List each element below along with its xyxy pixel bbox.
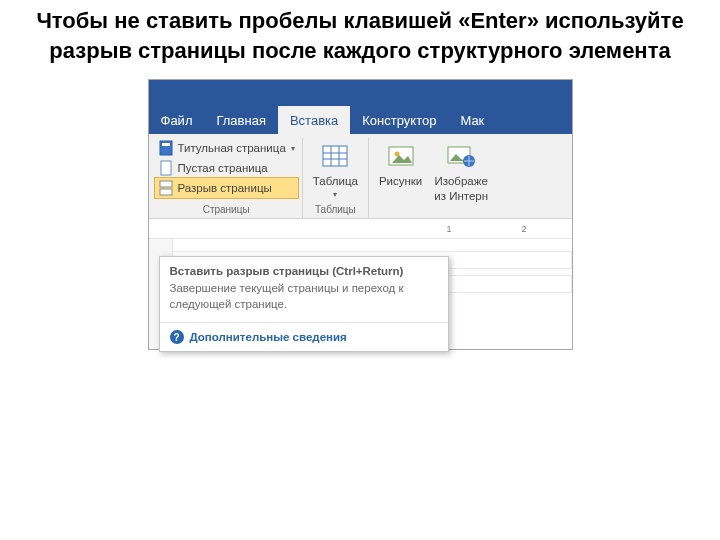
group-illustrations: Рисунки Изображе из Интерн <box>369 138 498 218</box>
table-button[interactable]: Таблица ▾ <box>307 138 364 199</box>
table-icon <box>319 140 351 172</box>
tab-design[interactable]: Конструктор <box>350 106 448 134</box>
svg-rect-2 <box>161 161 171 175</box>
table-label: Таблица <box>313 175 358 187</box>
page-break-button[interactable]: Разрыв страницы <box>155 178 298 198</box>
tab-home[interactable]: Главная <box>204 106 277 134</box>
svg-rect-4 <box>160 189 172 195</box>
blank-page-icon <box>158 160 174 176</box>
group-tables: Таблица ▾ Таблицы <box>303 138 369 218</box>
blank-page-label: Пустая страница <box>178 162 268 174</box>
caption-text: Чтобы не ставить пробелы клавишей «Enter… <box>0 0 720 79</box>
ruler-mark-1: 1 <box>447 224 452 234</box>
dropdown-caret-icon: ▾ <box>333 190 337 199</box>
page-break-label: Разрыв страницы <box>178 182 272 194</box>
pictures-label: Рисунки <box>379 175 422 187</box>
tab-layout[interactable]: Мак <box>448 106 496 134</box>
pictures-icon <box>385 140 417 172</box>
cover-page-icon <box>158 140 174 156</box>
ribbon-body: Титульная страница ▾ Пустая страница Раз… <box>149 134 572 219</box>
online-pictures-label-2: из Интерн <box>434 190 488 202</box>
tooltip-help-label: Дополнительные сведения <box>190 331 347 343</box>
horizontal-ruler: 1 2 <box>149 219 572 239</box>
word-screenshot: Файл Главная Вставка Конструктор Мак Тит… <box>148 79 573 350</box>
pictures-button[interactable]: Рисунки <box>373 138 428 202</box>
tooltip-help-link[interactable]: ? Дополнительные сведения <box>160 322 448 351</box>
online-pictures-label-1: Изображе <box>435 175 488 187</box>
tooltip-body: Завершение текущей страницы и переход к … <box>160 281 448 322</box>
help-icon: ? <box>170 330 184 344</box>
svg-rect-3 <box>160 181 172 187</box>
ruler-mark-2: 2 <box>522 224 527 234</box>
page-break-tooltip: Вставить разрыв страницы (Ctrl+Return) З… <box>159 256 449 352</box>
group-tables-label: Таблицы <box>307 202 364 218</box>
group-pages-label: Страницы <box>155 202 298 218</box>
cover-page-button[interactable]: Титульная страница ▾ <box>155 138 298 158</box>
cover-page-label: Титульная страница <box>178 142 286 154</box>
online-pictures-icon <box>445 140 477 172</box>
svg-rect-1 <box>162 143 170 146</box>
tab-insert[interactable]: Вставка <box>278 106 350 134</box>
online-pictures-button[interactable]: Изображе из Интерн <box>428 138 494 202</box>
page-break-icon <box>158 180 174 196</box>
svg-rect-5 <box>323 146 347 166</box>
window-titlebar <box>149 80 572 106</box>
tooltip-title: Вставить разрыв страницы (Ctrl+Return) <box>160 257 448 281</box>
dropdown-caret-icon: ▾ <box>291 144 295 153</box>
ribbon-tabs: Файл Главная Вставка Конструктор Мак <box>149 106 572 134</box>
group-illustrations-label <box>373 202 494 218</box>
group-pages: Титульная страница ▾ Пустая страница Раз… <box>151 138 303 218</box>
tab-file[interactable]: Файл <box>149 106 205 134</box>
blank-page-button[interactable]: Пустая страница <box>155 158 298 178</box>
